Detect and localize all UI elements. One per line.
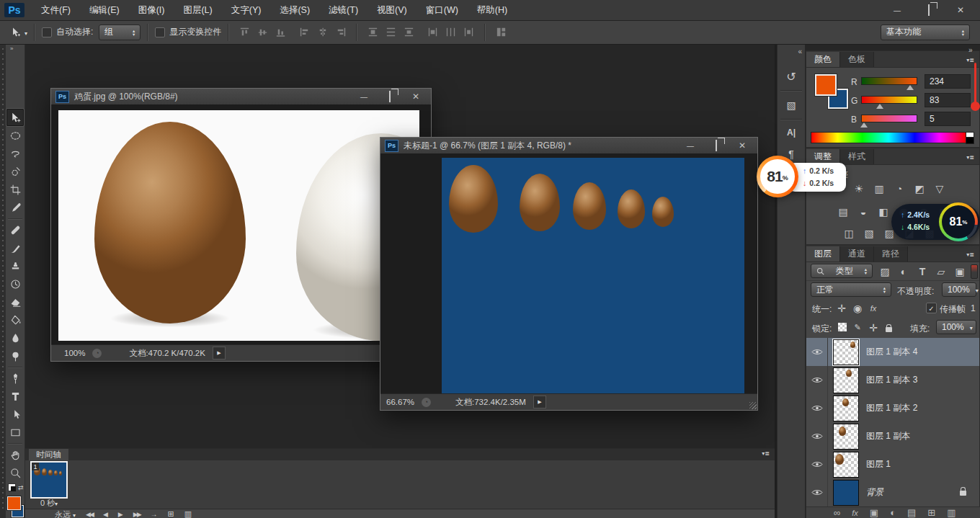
slider-thumb[interactable] (906, 85, 914, 90)
color-spectrum-ramp[interactable] (811, 132, 966, 143)
layer-row-background[interactable]: 背景 (806, 478, 979, 507)
tool-lasso[interactable] (6, 145, 24, 162)
layer-row-copy-3[interactable]: 图层 1 副本 3 (806, 366, 979, 395)
expand-dock-icon[interactable] (798, 46, 802, 56)
filter-smart-objects-icon[interactable] (952, 264, 968, 278)
unify-position-icon[interactable] (835, 301, 848, 315)
menu-file[interactable]: 文件(F) (32, 0, 80, 20)
hue-saturation-icon[interactable]: ▤ (835, 205, 851, 218)
menu-filter[interactable]: 滤镜(T) (319, 0, 368, 20)
minimize-icon[interactable] (684, 139, 697, 152)
layer-thumbnail[interactable] (833, 367, 859, 393)
filter-adjustment-layers-icon[interactable] (896, 264, 912, 278)
percent-ring-badge[interactable]: 81% (939, 202, 978, 241)
panel-menu-icon[interactable] (961, 151, 979, 164)
layer-row-layer-1[interactable]: 图层 1 (806, 450, 979, 479)
tool-brush[interactable] (6, 239, 24, 256)
tool-zoom[interactable] (6, 464, 24, 481)
spectrum-black-swatch[interactable] (966, 137, 974, 144)
slider-thumb[interactable] (876, 104, 883, 109)
filter-type-layers-icon[interactable] (914, 264, 930, 278)
tab-layers[interactable]: 图层 (806, 246, 840, 262)
tool-preset-picker[interactable] (10, 27, 27, 38)
layer-thumbnail[interactable] (833, 452, 859, 478)
panel-menu-icon[interactable] (757, 447, 775, 460)
layer-thumbnail[interactable] (833, 480, 859, 506)
minimize-icon[interactable] (357, 90, 370, 103)
tool-pen[interactable] (6, 370, 24, 387)
auto-select-target-dropdown[interactable]: 组 (99, 24, 141, 40)
layer-row-copy-2[interactable]: 图层 1 副本 2 (806, 394, 979, 423)
align-vertical-centers-button[interactable] (254, 25, 272, 40)
distribute-right-edges-button[interactable] (460, 25, 478, 40)
document-1-canvas[interactable] (58, 110, 419, 341)
delete-frame-button[interactable] (184, 509, 192, 518)
3d-panel-button[interactable] (781, 96, 801, 115)
document-2-zoom-level[interactable]: 66.67% (386, 398, 414, 406)
add-mask-icon[interactable] (870, 507, 878, 518)
channel-g-slider[interactable] (861, 96, 917, 104)
exposure-icon[interactable]: ◩ (912, 182, 927, 195)
close-icon[interactable] (409, 90, 422, 103)
color-balance-icon[interactable]: ◒ (855, 205, 871, 218)
distribute-top-edges-button[interactable] (364, 25, 382, 40)
tab-paths[interactable]: 路径 (874, 246, 908, 262)
frame-delay-selector[interactable]: 0 秒 (30, 498, 68, 509)
tab-styles[interactable]: 样式 (840, 149, 874, 164)
tool-hand[interactable] (6, 446, 24, 463)
previous-frame-button[interactable] (103, 509, 108, 518)
delete-layer-icon[interactable] (947, 507, 956, 518)
distribute-horizontal-centers-button[interactable] (442, 25, 460, 40)
tab-channels[interactable]: 通道 (840, 246, 874, 262)
layer-name[interactable]: 图层 1 副本 (866, 430, 910, 442)
menu-select[interactable]: 选择(S) (270, 0, 319, 20)
first-frame-button[interactable] (86, 509, 93, 518)
align-left-edges-button[interactable] (295, 25, 313, 40)
layer-name[interactable]: 图层 1 副本 4 (866, 346, 917, 358)
fill-dropdown[interactable]: 100% (936, 320, 976, 334)
history-panel-button[interactable] (781, 67, 801, 86)
next-frame-button[interactable] (133, 509, 141, 518)
left-dock-grip[interactable] (0, 44, 6, 518)
opacity-dropdown[interactable]: 100% (942, 282, 976, 297)
play-button[interactable] (118, 509, 123, 518)
invert-icon[interactable]: ◫ (841, 226, 857, 240)
tool-crop[interactable] (6, 181, 24, 198)
visibility-eye-icon[interactable] (806, 450, 828, 478)
visibility-eye-icon[interactable] (806, 366, 828, 394)
layer-thumbnail[interactable] (833, 424, 859, 450)
app-close-icon[interactable] (953, 4, 968, 17)
status-options-arrow-icon[interactable] (213, 347, 226, 360)
channel-b-slider[interactable] (861, 115, 917, 122)
show-transform-checkbox[interactable] (155, 27, 165, 37)
tab-color[interactable]: 颜色 (806, 52, 840, 67)
visibility-eye-icon[interactable] (806, 394, 828, 422)
percent-badge[interactable]: 81% (757, 156, 798, 197)
layer-name[interactable]: 背景 (866, 486, 883, 499)
lock-position-icon[interactable] (867, 321, 880, 334)
menu-view[interactable]: 视图(V) (368, 0, 416, 20)
channel-r-value[interactable]: 234 (925, 74, 971, 89)
layer-name[interactable]: 图层 1 副本 2 (866, 402, 917, 414)
levels-icon[interactable]: ▥ (871, 182, 887, 195)
unify-visibility-icon[interactable] (851, 301, 864, 315)
tool-eraser[interactable] (6, 293, 24, 311)
tool-eyedropper[interactable] (6, 199, 24, 216)
tool-move[interactable] (6, 109, 24, 126)
tool-elliptical-marquee[interactable] (6, 127, 24, 144)
new-adjustment-layer-icon[interactable] (890, 507, 896, 518)
tool-type[interactable] (6, 388, 24, 405)
visibility-eye-icon[interactable] (806, 338, 828, 366)
timeline-frame-1[interactable]: 1 (30, 461, 68, 499)
layer-filter-type-dropdown[interactable]: 类型 (811, 264, 873, 278)
vibrance-icon[interactable]: ▽ (932, 182, 948, 195)
tool-clone-stamp[interactable] (6, 257, 24, 274)
layer-thumbnail[interactable] (833, 396, 859, 421)
visibility-eye-icon[interactable] (806, 478, 828, 506)
maximize-icon[interactable] (383, 90, 396, 103)
maximize-icon[interactable] (710, 139, 723, 152)
curves-icon[interactable]: ◔ (891, 182, 907, 195)
filter-pixel-layers-icon[interactable] (877, 264, 893, 278)
tool-rectangle-shape[interactable] (6, 424, 24, 441)
lock-pixels-icon[interactable]: ✎ (851, 321, 864, 334)
